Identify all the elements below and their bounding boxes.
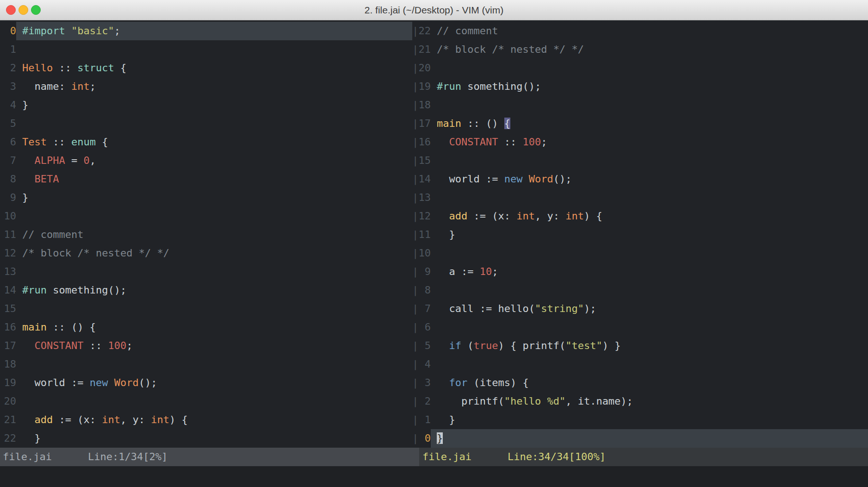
window-separator: | xyxy=(412,96,418,114)
zoom-button[interactable] xyxy=(31,5,41,15)
code-text: main :: () { xyxy=(431,114,868,133)
line-number: 0 xyxy=(4,22,16,40)
code-line[interactable]: |16 CONSTANT :: 100; xyxy=(412,133,868,151)
window-separator: | xyxy=(412,337,418,355)
code-line[interactable]: 5 xyxy=(0,114,412,133)
line-number: 16 xyxy=(418,133,431,151)
line-number: 6 xyxy=(4,133,16,151)
line-number: 17 xyxy=(4,337,16,355)
code-line[interactable]: |14 world := new Word(); xyxy=(412,170,868,188)
code-text: ALPHA = 0, xyxy=(16,151,412,170)
code-line[interactable]: 1 xyxy=(0,40,412,59)
status-bar-left: file.jai Line:1/34[2%] xyxy=(0,448,419,466)
code-text: } xyxy=(16,188,412,207)
code-text: a := 10; xyxy=(431,262,868,281)
code-line[interactable]: |7 call := hello("string"); xyxy=(412,300,868,318)
code-line[interactable]: 4} xyxy=(0,96,412,114)
line-number: 22 xyxy=(418,22,431,40)
code-line[interactable]: |11 } xyxy=(412,225,868,244)
code-line[interactable]: 9} xyxy=(0,188,412,207)
code-line[interactable]: |20 xyxy=(412,59,868,77)
code-line[interactable]: |3 for (items) { xyxy=(412,374,868,392)
command-line[interactable] xyxy=(0,466,868,487)
code-line[interactable]: |15 xyxy=(412,151,868,170)
code-line[interactable]: 11// comment xyxy=(0,225,412,244)
line-number: 15 xyxy=(4,300,16,318)
window-separator: | xyxy=(412,207,418,225)
code-line[interactable]: 8 BETA xyxy=(0,170,412,188)
window-separator: | xyxy=(412,392,418,411)
line-number: 19 xyxy=(4,374,16,392)
code-line[interactable]: |10 xyxy=(412,244,868,262)
line-number: 2 xyxy=(4,59,16,77)
code-line[interactable]: |1 } xyxy=(412,411,868,429)
code-line[interactable]: 17 CONSTANT :: 100; xyxy=(0,337,412,355)
code-line[interactable]: 10 xyxy=(0,207,412,225)
code-line[interactable]: 2Hello :: struct { xyxy=(0,59,412,77)
code-line[interactable]: |0} xyxy=(412,429,868,448)
code-line[interactable]: 7 ALPHA = 0, xyxy=(0,151,412,170)
code-text: // comment xyxy=(16,225,412,244)
minimize-button[interactable] xyxy=(19,5,28,15)
code-line[interactable]: |17main :: () { xyxy=(412,114,868,133)
line-number: 12 xyxy=(4,244,16,262)
window-separator: | xyxy=(412,151,418,170)
code-line[interactable]: 15 xyxy=(0,300,412,318)
close-button[interactable] xyxy=(6,5,16,15)
code-line[interactable]: 3 name: int; xyxy=(0,77,412,96)
window-separator: | xyxy=(412,22,418,40)
code-text: } xyxy=(16,96,412,114)
line-number: 9 xyxy=(4,188,16,207)
code-text xyxy=(431,318,868,337)
code-line[interactable]: |2 printf("hello %d", it.name); xyxy=(412,392,868,411)
code-line[interactable]: |12 add := (x: int, y: int) { xyxy=(412,207,868,225)
line-number: 11 xyxy=(4,225,16,244)
window-separator: | xyxy=(412,429,418,448)
window-separator: | xyxy=(412,40,418,59)
code-line[interactable]: 22 } xyxy=(0,429,412,448)
code-line[interactable]: 13 xyxy=(0,262,412,281)
code-line[interactable]: 19 world := new Word(); xyxy=(0,374,412,392)
code-text: } xyxy=(16,429,412,448)
editor-area: 0#import "basic";12Hello :: struct {3 na… xyxy=(0,20,868,448)
code-line[interactable]: |22// comment xyxy=(412,22,868,40)
code-line[interactable]: 18 xyxy=(0,355,412,374)
traffic-lights xyxy=(6,0,41,20)
code-line[interactable]: |6 xyxy=(412,318,868,337)
line-number: 2 xyxy=(418,392,431,411)
window-separator: | xyxy=(412,411,418,429)
line-number: 8 xyxy=(418,281,431,300)
code-line[interactable]: 16main :: () { xyxy=(0,318,412,337)
window-separator: | xyxy=(412,77,418,96)
code-line[interactable]: |5 if (true) { printf("test") } xyxy=(412,337,868,355)
line-number: 21 xyxy=(4,411,16,429)
line-number: 22 xyxy=(4,429,16,448)
status-file-name: file.jai xyxy=(422,448,471,466)
code-line[interactable]: 12/* block /* nested */ */ xyxy=(0,244,412,262)
line-number: 18 xyxy=(4,355,16,374)
code-line[interactable]: |13 xyxy=(412,188,868,207)
line-number: 20 xyxy=(418,59,431,77)
code-text xyxy=(431,244,868,262)
code-text: add := (x: int, y: int) { xyxy=(431,207,868,225)
right-split-pane[interactable]: |22// comment|21/* block /* nested */ */… xyxy=(412,22,868,448)
code-text xyxy=(16,262,412,281)
line-number: 15 xyxy=(418,151,431,170)
code-line[interactable]: |19#run something(); xyxy=(412,77,868,96)
code-line[interactable]: |8 xyxy=(412,281,868,300)
code-text xyxy=(431,355,868,374)
code-line[interactable]: |21/* block /* nested */ */ xyxy=(412,40,868,59)
code-line[interactable]: 21 add := (x: int, y: int) { xyxy=(0,411,412,429)
line-number: 14 xyxy=(418,170,431,188)
code-text xyxy=(431,188,868,207)
code-text: CONSTANT :: 100; xyxy=(431,133,868,151)
code-text: BETA xyxy=(16,170,412,188)
code-line[interactable]: |4 xyxy=(412,355,868,374)
code-line[interactable]: 20 xyxy=(0,392,412,411)
code-line[interactable]: 6Test :: enum { xyxy=(0,133,412,151)
left-split-pane[interactable]: 0#import "basic";12Hello :: struct {3 na… xyxy=(0,22,412,448)
code-line[interactable]: 14#run something(); xyxy=(0,281,412,300)
code-line[interactable]: 0#import "basic"; xyxy=(0,22,412,40)
code-line[interactable]: |9 a := 10; xyxy=(412,262,868,281)
code-line[interactable]: |18 xyxy=(412,96,868,114)
